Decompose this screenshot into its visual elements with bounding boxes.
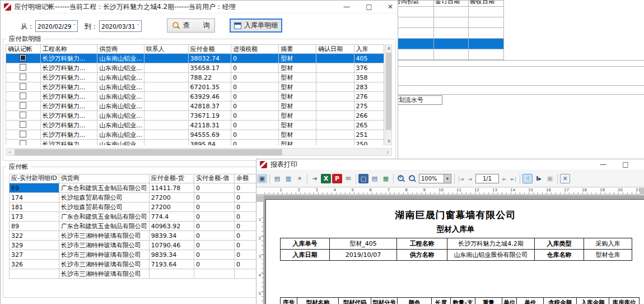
report-design-icon[interactable]: ▣ — [257, 174, 267, 183]
close-button[interactable]: ✕ — [640, 159, 644, 170]
table-row[interactable]: 327 长沙市三湘特种玻璃有限公司 9839.34 0 0 — [10, 250, 258, 260]
table-row[interactable]: 长沙万科魅力... 山东南山铝业... 63929.46 0 型材 276 — [6, 92, 384, 102]
options-icon[interactable]: ✶ — [295, 174, 305, 183]
confirm-checkbox[interactable] — [20, 54, 26, 61]
column-header[interactable]: 确认记帐 — [6, 45, 41, 54]
table-row[interactable]: 174 长沙坦森贸易有限公司 27200 0 0 — [10, 193, 258, 202]
table-row[interactable]: 326 长沙市三湘特种玻璃有限公司 7193.64 0 0 — [10, 260, 258, 269]
minimize-button[interactable]: — — [338, 2, 355, 12]
cell-supplier: 山东南山铝业... — [97, 73, 144, 82]
titlebar[interactable]: 应付明细记帐------当前工程：长沙万科魅力之城4.2期------当前用户：… — [1, 1, 398, 13]
close-preview-icon[interactable]: ✕ — [560, 174, 570, 183]
scroll-thumb[interactable] — [15, 149, 282, 155]
column-header[interactable]: 应付金额-货 — [149, 174, 194, 183]
ruler-mark: 9 — [408, 188, 426, 194]
export-email-icon[interactable]: ✉ — [343, 174, 353, 183]
minimize-button[interactable]: — — [595, 159, 612, 170]
table-row[interactable]: 长沙万科魅力... 山东南山铝业... 42818.37 0 型材 275 — [6, 102, 384, 111]
hand-tool-icon[interactable]: ☝ — [522, 174, 533, 183]
vertical-scrollbar[interactable]: ∧ ∨ — [385, 44, 392, 145]
column-header[interactable]: 进项税额 — [231, 45, 279, 54]
confirm-checkbox[interactable] — [20, 83, 26, 90]
column-header[interactable]: 应付金额 — [188, 45, 231, 54]
table-row[interactable]: 长沙万科魅力... 山东南山铝业... 788.22 0 型材 358 — [6, 73, 384, 82]
copy-icon[interactable]: ▣ — [545, 174, 555, 183]
scroll-thumb[interactable] — [386, 53, 391, 130]
export-table-icon[interactable]: ▦ — [381, 174, 391, 183]
table-row[interactable]: 长沙万科魅力... 山东南山铝业... 38032.74 0 型材 405 — [6, 54, 384, 63]
column-header[interactable]: 供货商 — [97, 45, 144, 54]
table-row[interactable]: 长沙万科魅力... 山东南山铝业... 35658.17 0 型材 376 — [6, 63, 384, 73]
from-date-select[interactable]: 2020/02/29 ˅ — [35, 20, 78, 32]
scroll-up-icon[interactable]: ∧ — [385, 45, 393, 52]
confirm-checkbox[interactable] — [20, 112, 26, 118]
export-icon[interactable]: ➔ — [310, 174, 320, 183]
column-header[interactable]: 确认日期 — [316, 45, 354, 54]
maximize-button[interactable]: □ — [361, 2, 377, 12]
table-row[interactable]: 长沙万科魅力... 山东南山铝业... 42118.31 0 型材 265 — [6, 121, 384, 130]
maximize-button[interactable]: □ — [617, 159, 634, 170]
confirm-checkbox[interactable] — [20, 131, 26, 137]
confirm-checkbox[interactable] — [20, 140, 26, 146]
column-header[interactable]: 实付金额-借 — [194, 174, 234, 183]
export-pdf-icon[interactable]: P — [332, 174, 342, 183]
table-row[interactable] — [394, 49, 504, 60]
table-row[interactable]: 322 长沙市三湘特种玻璃有限公司 9839.34 0 0 — [10, 231, 258, 241]
confirm-checkbox[interactable] — [20, 102, 26, 109]
cell-contact — [144, 92, 188, 102]
column-header[interactable]: 联系人 — [144, 45, 188, 54]
column-header[interactable]: 供货商 — [59, 174, 149, 183]
page-setup-icon[interactable]: ▥ — [283, 174, 293, 183]
save-icon[interactable]: ▢ — [358, 174, 368, 183]
confirm-checkbox[interactable] — [20, 73, 26, 80]
preview-canvas[interactable]: 12345 湖南巨晟门窗幕墙有限公司 型材入库单 入库单号 型材_405 工程名… — [256, 195, 644, 304]
zoom-select[interactable]: 100% ▾ — [419, 174, 451, 183]
zoom-out-icon[interactable]: - — [407, 174, 417, 183]
ruler-mark: 21 — [623, 188, 641, 194]
document-icon[interactable]: ▤ — [370, 174, 380, 183]
table-row[interactable]: 长沙万科魅力... 山东南山铝业... 94555.69 0 型材 251 — [6, 130, 384, 140]
print-icon[interactable]: ▤ — [272, 174, 282, 183]
export-excel-icon[interactable]: X — [321, 174, 331, 183]
column-header[interactable]: 工程名称 — [40, 45, 97, 54]
scroll-right-icon[interactable]: › — [384, 149, 391, 156]
table-row[interactable] — [394, 7, 504, 17]
zoom-in-icon[interactable]: + — [396, 174, 406, 183]
table-row[interactable] — [394, 28, 504, 39]
chevron-down-icon[interactable]: ˅ — [72, 24, 77, 29]
column-header[interactable]: 摘要 — [279, 45, 316, 54]
query-button[interactable]: 查 询 — [167, 19, 215, 33]
table-row[interactable]: 173 广东合和建筑五金制品有限公司 774.4 0 0 — [10, 212, 258, 222]
chevron-down-icon[interactable]: ˅ — [136, 24, 141, 29]
close-button[interactable]: ✕ — [382, 2, 399, 12]
chevron-down-icon[interactable]: ▾ — [444, 174, 451, 183]
table-row[interactable]: 长沙万科魅力... 山东南山铝业... 73671.19 0 型材 266 — [6, 111, 384, 121]
table-row[interactable]: 长沙万科魅力... 山东南山铝业... 3895.84 0 型材 250 — [6, 140, 384, 146]
table-row[interactable]: 89 广东合和建筑五金制品有限公司 40963.92 0 0 — [10, 222, 258, 231]
titlebar[interactable]: 报表打印 — □ ✕ — [256, 159, 644, 171]
table-row[interactable] — [394, 17, 504, 28]
column-header[interactable]: 入库 — [354, 45, 384, 54]
next-page-button[interactable]: ► — [500, 176, 509, 182]
table-row[interactable]: 181 长沙坦森贸易有限公司 27200 0 0 — [10, 202, 258, 212]
table-row[interactable]: 长沙市三湘特种玻璃有限公司 — [10, 269, 258, 279]
column-header[interactable]: 应-实付款明细ID — [10, 174, 59, 183]
to-date-select[interactable]: 2020/03/31 ˅ — [99, 20, 142, 32]
scroll-left-icon[interactable]: ‹ — [6, 149, 13, 156]
confirm-checkbox[interactable] — [20, 64, 26, 71]
text-select-tool-icon[interactable]: I▸ — [534, 174, 544, 183]
last-page-button[interactable]: ►| — [509, 176, 518, 182]
prev-page-button[interactable]: ◄ — [465, 176, 474, 182]
confirm-checkbox[interactable] — [20, 121, 26, 128]
horizontal-scrollbar[interactable]: ‹ › — [6, 148, 392, 156]
table-row-selected[interactable] — [394, 39, 504, 49]
confirm-checkbox[interactable] — [20, 93, 26, 99]
column-header[interactable]: 余额 — [234, 174, 257, 183]
table-row[interactable]: 69 广东合和建筑五金制品有限公司 11411.78 0 0 — [10, 183, 258, 193]
first-page-button[interactable]: |◄ — [456, 176, 465, 182]
table-row[interactable]: 329 长沙市三湘特种玻璃有限公司 10790.46 0 0 — [10, 241, 258, 250]
page-number-input[interactable]: 1/1 — [475, 174, 499, 183]
scroll-down-icon[interactable]: ∨ — [385, 137, 393, 145]
table-row[interactable]: 长沙万科魅力... 山东南山铝业... 67201.35 0 型材 283 — [6, 82, 384, 92]
inbound-detail-button[interactable]: 入库单明细 — [230, 19, 282, 33]
